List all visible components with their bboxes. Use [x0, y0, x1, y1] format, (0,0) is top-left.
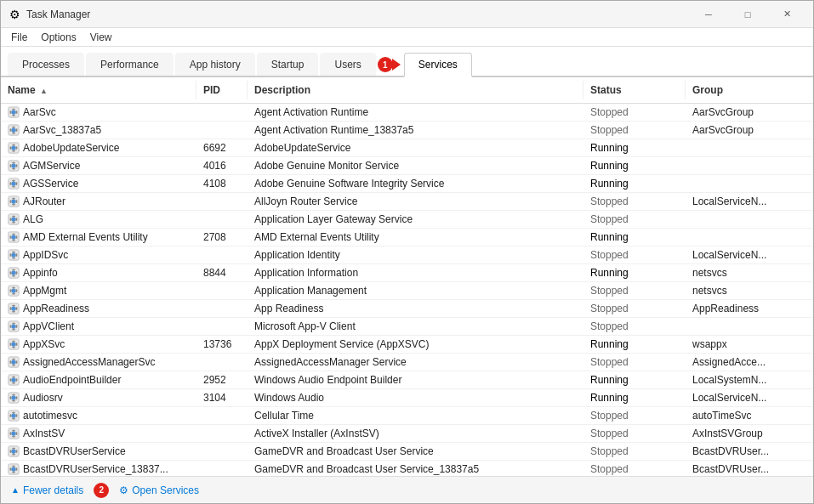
cell-name: AppIDSvc: [1, 246, 196, 263]
svg-rect-62: [12, 287, 15, 289]
table-row[interactable]: Audiosrv 3104 Windows Audio Running Loca…: [1, 389, 813, 407]
svg-rect-100: [10, 396, 12, 399]
col-header-status[interactable]: Status: [583, 81, 686, 99]
svg-rect-50: [12, 252, 15, 253]
table-row[interactable]: AMD External Events Utility 2708 AMD Ext…: [1, 229, 813, 246]
cell-status: Running: [583, 336, 686, 353]
table-row[interactable]: AppReadiness App Readiness Stopped AppRe…: [1, 300, 813, 318]
table-row[interactable]: AxInstSV ActiveX Installer (AxInstSV) St…: [1, 425, 813, 443]
svg-rect-4: [10, 110, 12, 114]
table-row[interactable]: AGSService 4108 Adobe Genuine Software I…: [1, 175, 813, 193]
svg-rect-93: [12, 382, 15, 384]
svg-rect-82: [10, 343, 12, 346]
cell-name: AppReadiness: [1, 300, 196, 317]
cell-description: AMD External Events Utility: [248, 229, 583, 246]
service-icon: [8, 338, 20, 350]
table-row[interactable]: Appinfo 8844 Application Information Run…: [1, 264, 813, 282]
svg-rect-53: [16, 253, 18, 257]
menu-view[interactable]: View: [83, 30, 119, 45]
cell-status: Stopped: [583, 211, 686, 228]
open-services-button[interactable]: ⚙ Open Services: [119, 484, 199, 496]
menu-options[interactable]: Options: [34, 30, 83, 45]
footer: ▲ Fewer details 2 ⚙ Open Services: [1, 476, 813, 503]
cell-name: Audiosrv: [1, 389, 196, 406]
service-icon: [8, 160, 20, 172]
svg-point-67: [11, 306, 15, 310]
table-row[interactable]: BcastDVRUserService GameDVR and Broadcas…: [1, 443, 813, 461]
cell-description: Application Information: [248, 264, 583, 281]
cell-name: AGMService: [1, 157, 196, 174]
table-row[interactable]: AppMgmt Application Management Stopped n…: [1, 282, 813, 300]
table-row[interactable]: AssignedAccessManagerSvc AssignedAccessM…: [1, 354, 813, 371]
col-header-group[interactable]: Group: [686, 81, 813, 99]
cell-name: AudioEndpointBuilder: [1, 371, 196, 388]
table-row[interactable]: AJRouter AllJoyn Router Service Stopped …: [1, 193, 813, 211]
service-icon: [8, 463, 20, 475]
svg-rect-65: [16, 289, 18, 292]
table-row[interactable]: AGMService 4016 Adobe Genuine Monitor Se…: [1, 157, 813, 175]
cell-pid: [196, 104, 248, 121]
cell-status: Stopped: [583, 282, 686, 299]
svg-point-7: [11, 127, 15, 132]
cell-status: Stopped: [583, 407, 686, 424]
col-header-description[interactable]: Description: [248, 81, 583, 99]
svg-rect-58: [10, 271, 12, 275]
svg-rect-98: [12, 394, 15, 396]
col-header-name[interactable]: Name ▲: [1, 81, 196, 99]
cell-status: Running: [583, 175, 686, 192]
cell-status: Running: [583, 139, 686, 156]
table-row[interactable]: AudioEndpointBuilder 2952 Windows Audio …: [1, 371, 813, 389]
svg-rect-68: [12, 305, 15, 307]
cell-group: [686, 229, 813, 246]
tab-services[interactable]: Services: [404, 53, 472, 77]
table-row[interactable]: AppVClient Microsoft App-V Client Stoppe…: [1, 318, 813, 336]
services-table-body[interactable]: AarSvc Agent Activation Runtime Stopped …: [1, 104, 813, 476]
svg-point-103: [11, 413, 15, 417]
svg-rect-63: [12, 293, 15, 295]
task-manager-window: ⚙ Task Manager ─ □ ✕ File Options View P…: [0, 0, 814, 504]
tab-startup[interactable]: Startup: [257, 53, 319, 76]
cell-group: LocalSystemN...: [686, 371, 813, 388]
cell-group: wsappx: [686, 336, 813, 353]
cell-status: Stopped: [583, 193, 686, 210]
cell-pid: 8844: [196, 264, 248, 281]
service-icon: [8, 124, 20, 136]
cell-status: Stopped: [583, 122, 686, 139]
fewer-details-button[interactable]: ▲ Fewer details: [11, 484, 83, 496]
cell-pid: [196, 122, 248, 139]
cell-name: AppXSvc: [1, 336, 196, 353]
close-button[interactable]: ✕: [767, 1, 806, 28]
cell-status: Stopped: [583, 425, 686, 442]
cell-status: Running: [583, 229, 686, 246]
svg-rect-76: [10, 325, 12, 328]
cell-name: autotimesvc: [1, 407, 196, 424]
table-row[interactable]: AppIDSvc Application Identity Stopped Lo…: [1, 246, 813, 264]
table-row[interactable]: AarSvc Agent Activation Runtime Stopped …: [1, 104, 813, 122]
table-row[interactable]: AdobeUpdateService 6692 AdobeUpdateServi…: [1, 139, 813, 157]
svg-rect-122: [12, 466, 15, 467]
minimize-button[interactable]: ─: [689, 1, 728, 28]
table-row[interactable]: BcastDVRUserService_13837... GameDVR and…: [1, 461, 813, 476]
col-header-pid[interactable]: PID: [196, 81, 248, 99]
svg-rect-118: [10, 450, 12, 453]
svg-rect-75: [12, 329, 15, 331]
table-row[interactable]: AppXSvc 13736 AppX Deployment Service (A…: [1, 336, 813, 354]
tab-performance[interactable]: Performance: [86, 53, 174, 76]
table-row[interactable]: AarSvc_13837a5 Agent Activation Runtime_…: [1, 122, 813, 139]
service-icon: [8, 249, 20, 261]
tab-processes[interactable]: Processes: [8, 53, 84, 76]
tab-app-history[interactable]: App history: [175, 53, 255, 76]
svg-rect-99: [12, 400, 15, 402]
table-row[interactable]: ALG Application Layer Gateway Service St…: [1, 211, 813, 229]
service-icon: [8, 445, 20, 457]
cell-description: Adobe Genuine Software Integrity Service: [248, 175, 583, 192]
svg-point-61: [11, 288, 15, 292]
svg-rect-125: [16, 467, 18, 471]
svg-rect-23: [16, 164, 18, 167]
tab-users[interactable]: Users: [320, 53, 375, 76]
table-row[interactable]: autotimesvc Cellular Time Stopped autoTi…: [1, 407, 813, 425]
menu-file[interactable]: File: [4, 30, 34, 45]
svg-rect-44: [12, 234, 15, 235]
maximize-button[interactable]: □: [728, 1, 767, 28]
svg-rect-81: [12, 347, 15, 348]
